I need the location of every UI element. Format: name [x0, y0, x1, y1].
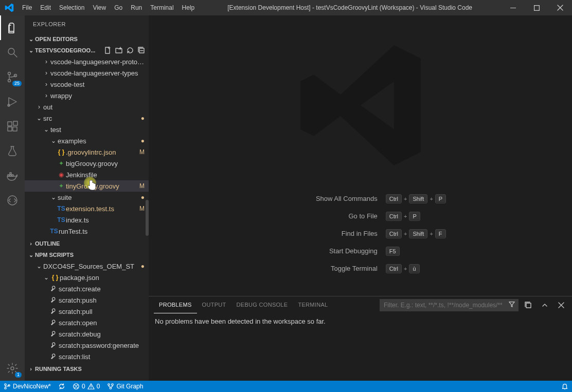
file-row[interactable]: ✦tinyGroovy.groovyM [25, 180, 149, 192]
window-title: [Extension Development Host] - testVsCod… [199, 4, 501, 11]
section-open-editors[interactable]: ⌄ OPEN EDITORS [25, 33, 149, 45]
minimize-button[interactable] [501, 0, 525, 15]
section-outline[interactable]: › OUTLINE [25, 238, 149, 249]
branch-name: DevNicoNew* [13, 383, 51, 390]
tab-terminal[interactable]: TERMINAL [293, 296, 333, 313]
folder-row[interactable]: ⌄test [25, 124, 149, 135]
npm-row[interactable]: scratch:pull [25, 306, 149, 317]
folder-row[interactable]: ›out [25, 101, 149, 113]
welcome-command-row: Show All CommandsCtrl+Shift+P [275, 194, 446, 203]
folder-name: test [50, 126, 145, 134]
keycap: P [409, 212, 420, 221]
menu-file[interactable]: File [18, 0, 36, 15]
keybinding: Ctrl+Shift+P [386, 194, 446, 203]
chevron-right-icon: › [42, 81, 50, 88]
chevron-down-icon: ⌄ [35, 115, 43, 122]
menu-run[interactable]: Run [127, 0, 146, 15]
status-sync[interactable] [55, 381, 69, 392]
folder-row[interactable]: ⌄suite● [25, 192, 149, 203]
panel-maximize-icon[interactable] [539, 300, 550, 311]
file-row[interactable]: { }.groovylintrc.jsonM [25, 146, 149, 158]
file-row[interactable]: ◉Jenkinsfile [25, 169, 149, 180]
activity-extensions[interactable] [0, 114, 25, 139]
file-row[interactable]: TSrunTest.ts [25, 226, 149, 237]
scrollbar-thumb[interactable] [146, 200, 149, 236]
git-status-badge: M [136, 148, 145, 156]
folder-row[interactable]: ⌄examples● [25, 135, 149, 146]
file-row[interactable]: TSextension.test.tsM [25, 203, 149, 214]
section-running-tasks[interactable]: › RUNNING TASKS [25, 363, 149, 375]
keybinding: Ctrl+Shift+F [386, 229, 446, 238]
label: scratch:create [59, 285, 145, 293]
welcome-command-row: Go to FileCtrl+P [275, 212, 446, 221]
folder-row[interactable]: ⌄src● [25, 113, 149, 124]
activity-docker[interactable] [0, 163, 25, 188]
menu-go[interactable]: Go [110, 0, 127, 15]
section-npm-scripts[interactable]: ⌄ NPM SCRIPTS [25, 249, 149, 260]
npm-row[interactable]: ⌄DXCO4SF_Sources_OEM_ST● [25, 260, 149, 272]
status-problems[interactable]: 0 0 [69, 381, 103, 392]
activity-settings[interactable]: 1 [0, 356, 25, 381]
npm-row[interactable]: scratch:password:generate [25, 340, 149, 351]
activity-testing[interactable] [0, 139, 25, 163]
npm-row[interactable]: scratch:list [25, 351, 149, 362]
label: scratch:open [59, 319, 145, 327]
wrench-icon [49, 307, 59, 316]
menu-view[interactable]: View [88, 0, 110, 15]
npm-row[interactable]: scratch:delete [25, 362, 149, 363]
collapse-all-icon[interactable] [136, 45, 147, 55]
section-workspace[interactable]: ⌄ TESTVSCODEGROO... [25, 45, 149, 56]
folder-row[interactable]: ›vscode-languageserver-protocol [25, 56, 149, 67]
wrench-icon [49, 296, 59, 305]
menu-help[interactable]: Help [178, 0, 199, 15]
activity-remote[interactable] [0, 188, 25, 213]
npm-row[interactable]: scratch:push [25, 294, 149, 306]
activity-search[interactable] [0, 40, 25, 65]
wrench-icon [49, 330, 59, 339]
refresh-icon[interactable] [125, 45, 135, 55]
panel-close-icon[interactable] [556, 300, 567, 311]
keycap: Ctrl [386, 264, 402, 273]
npm-row[interactable]: scratch:debug [25, 328, 149, 340]
menu-edit[interactable]: Edit [36, 0, 55, 15]
maximize-button[interactable] [525, 0, 548, 15]
npm-script-tree[interactable]: ⌄DXCO4SF_Sources_OEM_ST●⌄{ }package.json… [25, 260, 149, 363]
status-branch[interactable]: DevNicoNew* [0, 381, 55, 392]
keycap: F5 [386, 247, 400, 256]
collapse-all-icon[interactable] [523, 300, 534, 311]
sidebar: EXPLORER ⌄ OPEN EDITORS ⌄ TESTVSCODEGROO… [25, 15, 149, 381]
plus: + [404, 213, 407, 219]
folder-row[interactable]: ›vscode-languageserver-types [25, 67, 149, 79]
new-folder-icon[interactable] [114, 45, 124, 55]
svg-rect-0 [510, 8, 516, 8]
status-notifications[interactable] [558, 381, 572, 392]
keycap: Ctrl [386, 194, 402, 203]
file-row[interactable]: ✦bigGroovy.groovy [25, 158, 149, 169]
folder-row[interactable]: ›vscode-test [25, 79, 149, 90]
activity-scm[interactable]: 25 [0, 65, 25, 89]
activity-explorer[interactable] [0, 15, 25, 40]
npm-row[interactable]: ⌄{ }package.json [25, 272, 149, 283]
jenkins-icon: ◉ [57, 171, 66, 178]
file-row[interactable]: TSindex.ts [25, 214, 149, 226]
tab-problems[interactable]: PROBLEMS [154, 296, 197, 313]
activity-debug[interactable] [0, 89, 25, 114]
menu-selection[interactable]: Selection [55, 0, 88, 15]
npm-row[interactable]: scratch:create [25, 283, 149, 294]
new-file-icon[interactable] [102, 45, 113, 55]
folder-row[interactable]: ›wrappy [25, 90, 149, 101]
file-tree[interactable]: ›vscode-languageserver-protocol›vscode-l… [25, 56, 149, 238]
tab-debug-console[interactable]: DEBUG CONSOLE [231, 296, 293, 313]
activitybar: 25 1 [0, 15, 25, 381]
menu-terminal[interactable]: Terminal [146, 0, 177, 15]
chevron-down-icon: ⌄ [42, 126, 50, 133]
problems-filter-input[interactable] [380, 299, 519, 311]
tab-output[interactable]: OUTPUT [197, 296, 231, 313]
app-icon [0, 0, 18, 15]
npm-row[interactable]: scratch:open [25, 317, 149, 328]
status-gitgraph[interactable]: Git Graph [103, 381, 147, 392]
folder-name: examples [58, 137, 136, 145]
wrench-icon [49, 319, 59, 327]
close-button[interactable] [548, 0, 572, 15]
welcome-screen: Show All CommandsCtrl+Shift+PGo to FileC… [149, 15, 572, 296]
